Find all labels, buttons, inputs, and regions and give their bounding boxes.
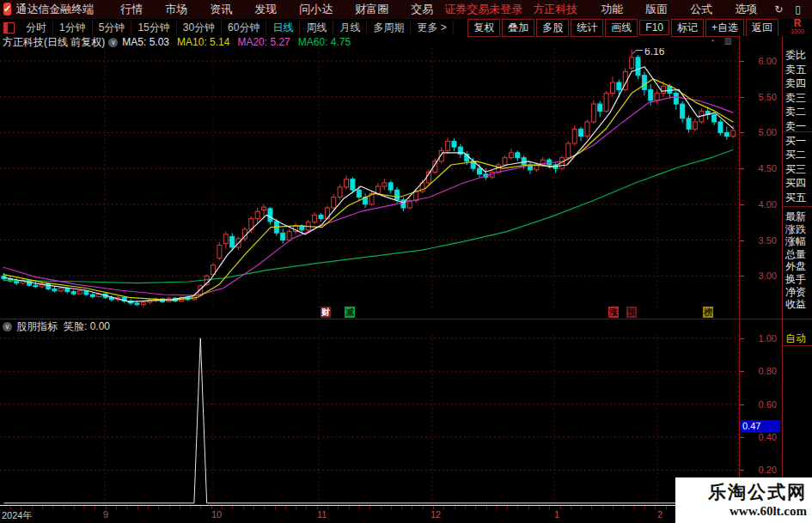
price-label: 3.00 xyxy=(759,271,777,281)
menu-item-市场[interactable]: 市场 xyxy=(154,2,198,17)
auto-button[interactable]: 自动 xyxy=(785,331,806,346)
price-label: 3.50 xyxy=(759,235,777,246)
time-tick xyxy=(475,506,476,509)
login-status[interactable]: 证券交易未登录 xyxy=(444,2,522,17)
menu-item-问小达[interactable]: 问小达 xyxy=(288,2,344,17)
chart-corner-icons[interactable]: ◔ ▥ xyxy=(710,36,736,46)
indicator-tick xyxy=(740,338,744,339)
action-统计[interactable]: 统计 xyxy=(571,19,603,37)
main-candlestick-chart[interactable]: 6.162.58 xyxy=(0,48,739,307)
time-tick xyxy=(433,506,434,509)
price-tick xyxy=(740,61,744,62)
time-tick xyxy=(443,506,444,509)
collapse-indicator-icon[interactable]: ∨ xyxy=(3,322,12,331)
ma-label: MA20: 5.27 xyxy=(237,36,290,48)
action-画线[interactable]: 画线 xyxy=(605,19,638,37)
event-marker-涨[interactable]: 涨 xyxy=(608,307,619,318)
menu-item-行情[interactable]: 行情 xyxy=(109,2,154,17)
menu-item-版面[interactable]: 版面 xyxy=(634,2,679,17)
time-tick xyxy=(169,506,170,509)
watermark: 乐淘公式网 www.60lt.com xyxy=(675,477,812,523)
period-tab-周线[interactable]: 周线 xyxy=(300,21,333,35)
menu-item-选项[interactable]: 选项 xyxy=(723,2,768,17)
indicator-tick xyxy=(740,470,744,471)
time-tick xyxy=(42,506,43,509)
sidebar-divider xyxy=(783,206,812,207)
time-tick xyxy=(401,506,402,509)
price-label: 5.00 xyxy=(759,127,777,137)
watermark-site-name: 乐淘公式网 xyxy=(675,480,807,504)
sidebar-field-买一: 买一 xyxy=(785,134,806,149)
mail-icon[interactable]: ✉ xyxy=(807,3,812,15)
time-tick xyxy=(655,506,656,509)
time-tick xyxy=(613,506,614,509)
period-tab-月线[interactable]: 月线 xyxy=(333,21,367,35)
time-tick xyxy=(560,506,561,509)
menu-item-功能[interactable]: 功能 xyxy=(589,2,634,17)
refresh-icon[interactable]: ↻ xyxy=(768,3,789,15)
period-tab-分时[interactable]: 分时 xyxy=(20,21,53,35)
app-logo-icon[interactable]: ✓ xyxy=(3,3,11,15)
current-stock-name[interactable]: 方正科技 xyxy=(533,2,577,17)
event-marker-财[interactable]: 财 xyxy=(321,307,331,318)
action-+自选[interactable]: +自选 xyxy=(705,19,744,37)
time-tick xyxy=(95,506,95,509)
panel-divider xyxy=(0,319,782,319)
sidebar-field-卖二: 卖二 xyxy=(785,105,806,119)
time-tick xyxy=(126,506,127,509)
r-badge-number: 1000 xyxy=(783,27,812,35)
period-tab-15分钟[interactable]: 15分钟 xyxy=(131,21,176,35)
event-marker-减[interactable]: 减 xyxy=(345,307,355,318)
time-tick xyxy=(349,506,350,509)
period-tab-多周期[interactable]: 多周期 xyxy=(367,21,411,35)
menu-item-资讯[interactable]: 资讯 xyxy=(198,2,243,17)
period-tab-1分钟[interactable]: 1分钟 xyxy=(53,21,93,35)
time-tick xyxy=(528,506,529,509)
period-tab-5分钟[interactable]: 5分钟 xyxy=(93,21,132,35)
action-叠加[interactable]: 叠加 xyxy=(502,19,534,37)
menu-item-交易[interactable]: 交易 xyxy=(400,2,444,17)
stock-title: 方正科技(日线 前复权) xyxy=(3,35,105,50)
period-tab-更多 >[interactable]: 更多 > xyxy=(411,21,453,35)
time-tick xyxy=(137,506,138,509)
period-tab-日线[interactable]: 日线 xyxy=(266,21,300,35)
mobile-icon[interactable]: ▯ xyxy=(789,3,807,15)
sidebar-field-买五: 买五 xyxy=(785,191,806,205)
time-tick xyxy=(539,506,540,509)
action-标记[interactable]: 标记 xyxy=(671,19,704,37)
period-tab-60分钟[interactable]: 60分钟 xyxy=(222,21,266,35)
event-marker-榜[interactable]: 榜 xyxy=(703,307,713,318)
indicator-tick xyxy=(740,437,744,438)
event-marker-预[interactable]: 预 xyxy=(626,307,637,318)
indicator-axis-label: 0.80 xyxy=(759,366,777,376)
menu-item-发现[interactable]: 发现 xyxy=(243,2,288,17)
quote-sidebar: 委比卖五卖四卖三卖二卖一买一买二买三买四买五最新涨跌涨幅总量外盘换手净资收益自动 xyxy=(782,36,812,505)
time-tick xyxy=(423,506,424,509)
period-tab-30分钟[interactable]: 30分钟 xyxy=(177,21,222,35)
collapse-panel-icon[interactable]: ∨ xyxy=(108,38,118,47)
indicator-chart[interactable] xyxy=(0,335,739,505)
price-label: 6.00 xyxy=(759,56,777,66)
action-返回[interactable]: 返回 xyxy=(746,19,778,37)
time-label-12: 12 xyxy=(430,509,441,520)
time-tick xyxy=(200,506,201,509)
event-marker-strip: 财减涨预榜 xyxy=(0,307,739,319)
action-复权[interactable]: 复权 xyxy=(467,19,500,37)
time-tick xyxy=(602,506,603,509)
app-title: 通达信金融终端 xyxy=(15,2,94,17)
time-tick xyxy=(264,506,265,509)
menu-item-财富圈[interactable]: 财富圈 xyxy=(344,2,400,17)
price-label: 5.50 xyxy=(759,92,777,102)
time-tick xyxy=(180,506,180,509)
time-tick xyxy=(507,506,508,509)
menubar: ✓ 通达信金融终端 行情市场资讯发现问小达财富圈交易 证券交易未登录方正科技 功… xyxy=(0,0,812,19)
menu-item-公式[interactable]: 公式 xyxy=(679,2,723,17)
action-F10[interactable]: F10 xyxy=(639,20,669,35)
time-tick xyxy=(275,506,276,509)
sidebar-field-卖五: 卖五 xyxy=(785,63,806,77)
value-highlight-tag: 0.47 xyxy=(741,420,780,432)
layout-toggle-icon[interactable] xyxy=(3,22,15,33)
time-tick xyxy=(486,506,487,509)
sidebar-field-收益: 收益 xyxy=(785,297,806,312)
action-多股[interactable]: 多股 xyxy=(536,19,569,37)
